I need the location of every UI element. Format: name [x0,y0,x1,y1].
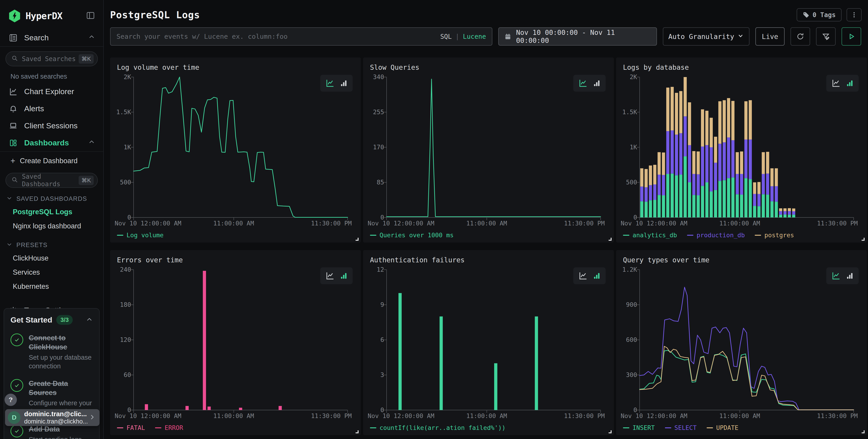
stacked-bar-segment [662,153,665,175]
hyperdx-logo-icon [8,9,21,22]
stacked-bar-segment [770,168,774,186]
x-axis-labels: Nov 10 12:00:00 AM11:00:00 AM11:30:00 PM [110,220,361,227]
stacked-bar-segment [684,77,687,117]
sidebar-item-clickhouse[interactable]: ClickHouse [0,251,103,265]
user-menu[interactable]: D dominic.tran@clic... dominic.tran@clic… [5,409,100,426]
get-started-step-connect[interactable]: Connect to ClickHouse Set up your databa… [10,334,93,370]
panel-resize-handle[interactable] [862,238,865,241]
panel-resize-handle[interactable] [355,430,359,433]
saved-searches-placeholder: Saved Searches [22,55,79,63]
stacked-bar-segment [740,195,743,217]
tags-button[interactable]: 0 Tags [797,8,842,22]
legend-item[interactable]: SELECT [665,424,697,431]
legend-label: Queries over 1000 ms [379,231,454,239]
stacked-bar-segment [753,194,756,206]
panel-resize-handle[interactable] [355,238,359,241]
y-axis-tick-label: 9 [363,301,384,308]
collapse-sidebar-icon[interactable] [86,11,95,21]
granularity-select[interactable]: Auto Granularity [663,27,749,45]
event-search-input[interactable] [117,33,440,40]
sidebar-item-postgresql-logs[interactable]: PostgreSQL Logs [0,205,103,219]
chevron-up-icon[interactable] [86,316,93,324]
lucene-toggle[interactable]: Lucene [463,33,486,40]
stacked-bar-segment [740,152,743,174]
legend-item[interactable]: INSERT [623,424,655,431]
panel-resize-handle[interactable] [609,430,612,433]
chevron-up-icon[interactable] [88,138,95,147]
legend-item[interactable]: production_db [687,231,745,239]
user-name: dominic.tran@clic... [24,410,88,418]
app-root: HyperDX Search Saved Searches ⌘K No save… [0,0,868,439]
legend-item[interactable]: ERROR [155,424,183,431]
search-icon [11,55,18,63]
help-button[interactable]: ? [5,394,17,406]
x-axis-tick-label: 11:30:00 PM [817,412,858,419]
legend-item[interactable]: UPDATE [707,424,739,431]
sidebar-item-chart-explorer[interactable]: Chart Explorer [0,83,103,100]
stacked-bar-segment [744,101,748,139]
chevron-down-icon [6,195,12,202]
sidebar-item-dashboards[interactable]: Dashboards [0,134,103,151]
chart-title: Authentication failures [370,256,465,264]
legend-label: UPDATE [716,424,739,431]
stacked-bar-segment [727,178,730,218]
sidebar-item-client-sessions[interactable]: Client Sessions [0,117,103,134]
chart-plot [640,270,854,410]
stacked-bar-segment [788,208,791,211]
sidebar-item-nginx-logs-dashboard[interactable]: Nginx logs dashboard [0,219,103,233]
stacked-bar-segment [779,208,782,211]
y-axis-tick-label: 1.5K [110,108,131,116]
chevron-up-icon[interactable] [88,33,95,42]
series-INSERT [640,350,854,410]
y-axis-tick-label: 170 [363,144,384,151]
stacked-bar-segment [779,215,782,217]
legend-item[interactable]: postgres [755,231,794,239]
stacked-bar-segment [722,142,726,180]
panel-resize-handle[interactable] [609,238,612,241]
sidebar-item-alerts[interactable]: Alerts [0,100,103,117]
filter-button[interactable] [816,27,836,45]
x-axis-tick-label: Nov 10 12:00:00 AM [115,412,181,419]
presets-section-header[interactable]: PRESETS [0,237,103,251]
legend-label: FATAL [126,424,145,431]
bar [494,363,497,410]
saved-dashboards-section-header[interactable]: SAVED DASHBOARDS [0,190,103,205]
stacked-bar-segment [770,201,774,217]
panel-resize-handle[interactable] [862,430,865,433]
legend-item[interactable]: countIf(like(arr..ation failed%')) [370,424,505,431]
stacked-bar-segment [740,174,743,195]
legend-item[interactable]: FATAL [117,424,145,431]
legend-item[interactable]: Queries over 1000 ms [370,231,454,239]
run-query-button[interactable] [842,27,861,45]
legend-item[interactable]: Log volume [117,231,164,239]
refresh-button[interactable] [790,27,810,45]
kebab-menu-button[interactable] [846,8,862,22]
x-axis-tick-label: 11:00:00 AM [466,220,507,227]
sidebar-item-kubernetes[interactable]: Kubernetes [0,279,103,293]
y-axis-tick-label: 240 [110,266,131,273]
get-started-step-add-data[interactable]: Add Data Start sending logs, metrics, or… [10,425,93,439]
sidebar-item-search[interactable]: Search [0,29,103,46]
sql-toggle[interactable]: SQL [440,33,452,40]
saved-dashboards-input[interactable]: Saved Dashboards ⌘K [5,173,98,188]
chart-legend: Log volume [117,231,164,239]
saved-searches-input[interactable]: Saved Searches ⌘K [5,51,98,66]
x-axis-tick-label: 11:00:00 AM [719,220,760,227]
create-dashboard-button[interactable]: + Create Dashboard [0,152,103,167]
check-circle-icon [10,379,23,392]
live-button[interactable]: Live [755,27,784,45]
sidebar-item-label: Client Sessions [24,121,95,130]
stacked-bar-segment [757,182,761,194]
calendar-icon [504,33,512,40]
legend-swatch [665,427,671,428]
legend-item[interactable]: analytics_db [623,231,677,239]
event-search-box[interactable]: SQL | Lucene [110,27,492,45]
x-axis-tick-label: Nov 10 12:00:00 AM [115,220,181,227]
stacked-bar-segment [753,206,756,217]
y-axis-tick-label: 255 [363,108,384,116]
stacked-bar-segment [684,117,687,157]
date-range-picker[interactable]: Nov 10 00:00:00 - Nov 11 00:00:00 [498,27,657,45]
sidebar-item-services[interactable]: Services [0,265,103,279]
x-axis-tick-label: 11:00:00 AM [213,412,254,419]
step-title: Create Data Sources [29,379,93,397]
